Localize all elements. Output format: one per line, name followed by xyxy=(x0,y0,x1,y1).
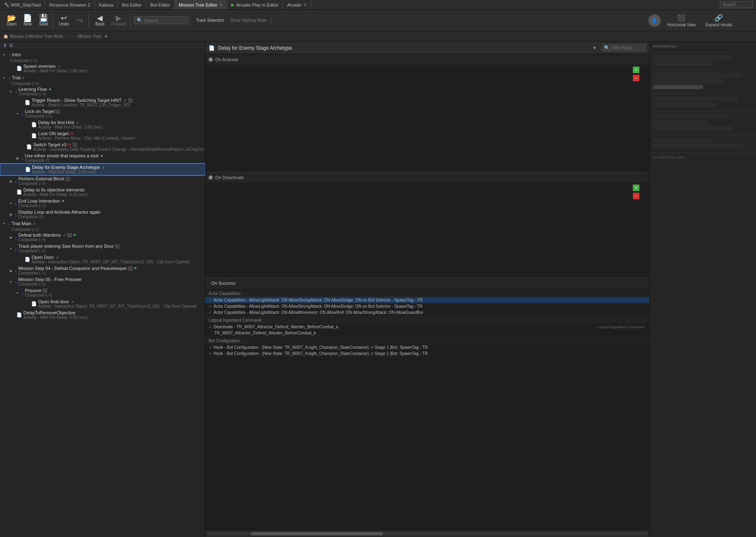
hook-on-activate-add-button[interactable]: + xyxy=(633,67,639,73)
tab-arcadeplay[interactable]: ▶ Arcade Play in Editor xyxy=(227,0,283,9)
success-scrollbar[interactable] xyxy=(205,530,649,537)
success-row-lic1[interactable]: ✓ Deactivate - TR_W007_Attractor_Defend_… xyxy=(205,324,649,336)
hook-filter-input[interactable] xyxy=(611,46,644,50)
redo-button[interactable]: ↪ xyxy=(72,16,87,25)
node-switch-target[interactable]: 📄 Switch Target x3 /✕ ⬛ Activity - Gamep… xyxy=(0,141,205,152)
expand-emote[interactable]: ▶ xyxy=(16,156,21,160)
tab-resource[interactable]: Resource Browser 2 xyxy=(45,0,95,9)
more-button[interactable]: ··· xyxy=(739,17,754,24)
node-spawn-enemies[interactable]: 📄 Spawn enemies ✓ Activity - Wait For De… xyxy=(0,63,205,74)
prop-name-blur-1 xyxy=(653,55,733,60)
tab-katana[interactable]: Katana xyxy=(95,0,118,9)
expand-mission05[interactable]: ▾ xyxy=(10,280,15,284)
scrollbar-thumb[interactable] xyxy=(251,532,383,535)
prop-blur-10 xyxy=(653,138,713,143)
search-icon: 🔍 xyxy=(137,18,142,23)
hook-on-deactivate-add-button[interactable]: + xyxy=(633,184,639,191)
expand-display-loop[interactable]: ▶ xyxy=(10,212,15,217)
end-loop-icon: ↓ xyxy=(15,201,17,206)
properties-panel: PROPERTIES On select this node... xyxy=(649,42,756,537)
horizontal-view-button[interactable]: ⬛ Horizontal View xyxy=(664,13,699,28)
expand-prisoner[interactable]: ▾ xyxy=(16,291,21,295)
show-starting-node-button[interactable]: Show Starting Node xyxy=(228,17,269,24)
doc-icon-trigger: 📄 xyxy=(25,100,30,105)
success-row-bc2[interactable]: ✓ Hook - Bot Configuration - [New State:… xyxy=(205,350,649,357)
node-lock-on-target-row[interactable]: ▾ ↓ Lock on Target ⬛ Composite (->) xyxy=(0,108,205,119)
expand-lock[interactable]: ▾ xyxy=(16,112,21,116)
hook-on-deactivate-remove-button[interactable]: − xyxy=(633,193,639,199)
success-row-ac2[interactable]: ✓ Actor Capabilities - AllowLightAttack:… xyxy=(205,303,649,309)
forward-button[interactable]: ▶ Forward xyxy=(108,13,129,28)
node-track-player-row[interactable]: ▾ ↓ Track player entering Saw Room from … xyxy=(0,243,205,254)
node-open-final-door[interactable]: 📄 Open final door ✓ Activity - Interacti… xyxy=(0,298,205,309)
hook-filter-box[interactable]: 🔍 xyxy=(602,44,646,51)
redo-icon: ↪ xyxy=(77,17,83,24)
expand-intro[interactable]: ▾ xyxy=(3,53,8,57)
node-delay-enemy-stage[interactable]: 📄 Delay for Enemy Stage Archetype ✓ Acti… xyxy=(0,164,205,175)
hook-on-deactivate-section: On Deactivate + − xyxy=(205,172,649,278)
hook-on-deactivate-content: + − xyxy=(205,183,649,277)
track-selection-button[interactable]: Track Selection xyxy=(193,17,227,24)
expand-external-block[interactable]: ▶ xyxy=(10,179,15,183)
node-mission-step-04[interactable]: ▶ ↓ Mission Step 04 - Defeat Conqueror a… xyxy=(0,265,205,276)
node-perform-external-block[interactable]: ▶ ↓ Perform External Block ⬛ Composite (… xyxy=(0,175,205,187)
tree-panel: ⬇ ☰ ▾ ↓ Intro Composite (->) 📄 xyxy=(0,42,205,537)
prisoner-icon: ↓ xyxy=(21,290,24,295)
node-delay-first-hint[interactable]: 📄 Delay for first Hint ✓ Activity - Wait… xyxy=(0,119,205,130)
back-button[interactable]: ◀ Back xyxy=(92,13,107,28)
expand-end-loop[interactable]: ▾ xyxy=(10,201,15,205)
node-learning-flow-row[interactable]: ▾ ↓ Learning Flow ● Composite (->) xyxy=(0,86,205,97)
node-end-loop-interaction[interactable]: ▾ ↓ End Loop Interaction ● Composite (->… xyxy=(0,198,205,209)
node-mission-step-05-row[interactable]: ▾ ↓ Mission Step 05 - Free Prisoner Comp… xyxy=(0,276,205,287)
success-row-ac1[interactable]: ✓ Actor Capabilities - AllowLightAttack:… xyxy=(205,297,649,303)
node-display-loop[interactable]: ▶ ↓ Display Loop and Activate Attractor … xyxy=(0,209,205,220)
tab-close-arcade[interactable]: ✕ xyxy=(303,2,307,7)
tab-arcade[interactable]: Arcade ✕ xyxy=(283,0,311,9)
search-box[interactable]: 🔍 xyxy=(134,16,188,24)
success-row-ac3[interactable]: ✓ Actor Capabilities - AllowLightAttack:… xyxy=(205,309,649,316)
open-button[interactable]: 📂 Open xyxy=(4,13,19,28)
prop-blur-8 xyxy=(653,120,708,125)
node-delay-remove-objective[interactable]: 📄 DelayToRemoveObjective Activity - Wait… xyxy=(0,309,205,320)
expand-defeat-wardens[interactable]: ▶ xyxy=(10,235,15,240)
properties-footer: On select this node... xyxy=(650,153,756,162)
hook-on-activate-remove-button[interactable]: − xyxy=(633,75,639,81)
hook-filter-search-icon: 🔍 xyxy=(604,45,610,51)
expand-track-player[interactable]: ▾ xyxy=(10,247,15,251)
expand-trial[interactable]: ▾ xyxy=(3,76,8,80)
node-trial-row[interactable]: ▾ ↓ Trial ✓ xyxy=(0,74,205,81)
hooks-panel: 📄 Delay for Enemy Stage Archetype ▼ 🔍 On… xyxy=(205,42,649,537)
tab-w06[interactable]: 🔧 W06_ShipYard xyxy=(0,0,45,9)
success-row-bc1[interactable]: ✓ Hook - Bot Configuration - [New State:… xyxy=(205,344,649,350)
tab-missiontree[interactable]: Mission Tree Editor ✕ xyxy=(175,0,227,9)
node-delay-fix-objective[interactable]: 📄 Delay to fix objective elements Activi… xyxy=(0,187,205,198)
node-prisoner-row[interactable]: ▾ ↓ Prisoner ⬛ Composite (->) xyxy=(0,287,205,298)
node-lock-on-target2[interactable]: 📄 Lock ON target /✕ Activity - Perform M… xyxy=(0,130,205,141)
search-input[interactable] xyxy=(144,18,185,23)
node-open-door[interactable]: 📄 Open Door ✓ Activity - Interactive Obj… xyxy=(0,254,205,265)
expand-learning-flow[interactable]: ▾ xyxy=(10,90,15,94)
expand-hooks-button[interactable]: 🔗 Expand Hooks xyxy=(702,13,735,28)
hook-on-success-section: On Success Actor Capabilities ✓ Actor Ca… xyxy=(205,278,649,537)
node-use-emote[interactable]: ▶ ↓ Use either emote that requires a loc… xyxy=(0,152,205,164)
tab-boteditor[interactable]: Bot Editor xyxy=(118,0,146,9)
expand-mission04[interactable]: ▶ xyxy=(10,269,15,273)
node-intro-row[interactable]: ▾ ↓ Intro xyxy=(0,51,205,58)
save-button[interactable]: 💾 Save xyxy=(36,13,51,28)
tree-header-icon2: ☰ xyxy=(9,43,13,48)
node-trial-arrow-icon: ↓ xyxy=(8,75,11,81)
node-trial-main-row[interactable]: ▾ ↓ Trial Main ✓ xyxy=(0,220,205,227)
node-learning-flow: ▾ ↓ Learning Flow ● Composite (->) xyxy=(0,86,205,175)
new-button[interactable]: 📄 New xyxy=(20,13,35,28)
tab-boteditor2[interactable]: Bot Editor xyxy=(146,0,175,9)
scrollbar-track[interactable] xyxy=(207,532,648,535)
tab-bar: 🔧 W06_ShipYard Resource Browser 2 Katana… xyxy=(0,0,756,10)
prop-slider[interactable] xyxy=(653,85,703,89)
doc-icon-open-door: 📄 xyxy=(25,257,30,262)
node-trigger-reach[interactable]: 📄 Trigger Reach - Show Switching Target … xyxy=(0,97,205,108)
node-defeat-wardens[interactable]: ▶ ↓ Defeat both Wardens ✓ ⬛ ⚑ Composite … xyxy=(0,232,205,243)
expand-trial-main[interactable]: ▾ xyxy=(3,221,8,226)
tab-close-missiontree[interactable]: ✕ xyxy=(219,2,223,7)
undo-button[interactable]: ↩ Undo xyxy=(56,13,71,28)
top-search-input[interactable] xyxy=(720,1,753,8)
